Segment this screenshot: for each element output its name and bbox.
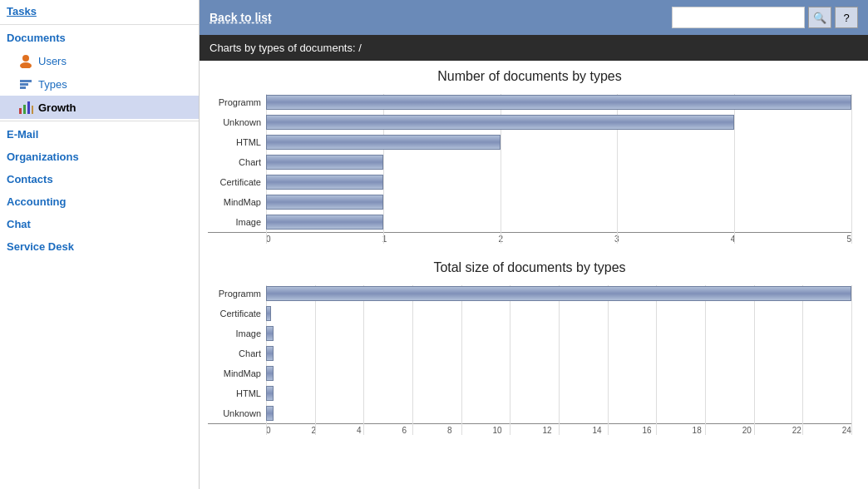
x-axis-label: 2 <box>498 235 503 244</box>
x-axis-label: 20 <box>742 426 752 435</box>
bar-container <box>266 155 851 170</box>
sidebar-item-types[interactable]: Types <box>0 72 199 96</box>
search-area: 🔍 ? <box>672 7 858 28</box>
sidebar-item-contacts[interactable]: Contacts <box>0 168 199 190</box>
bar-label: Certificate <box>204 309 266 319</box>
bar-label: Programm <box>204 289 266 299</box>
bar <box>266 215 383 230</box>
svg-rect-6 <box>23 105 26 114</box>
chart1-block: Number of documents by types ProgrammUnk… <box>208 69 851 244</box>
bar-row: MindMap <box>266 365 851 382</box>
bar-container <box>266 95 851 110</box>
x-axis-label: 8 <box>447 426 452 435</box>
svg-rect-5 <box>19 108 22 114</box>
sidebar-item-service-desk[interactable]: Service Desk <box>0 235 199 258</box>
x-axis-label: 0 <box>266 426 271 435</box>
bar <box>266 115 734 130</box>
svg-point-1 <box>20 62 32 68</box>
bar-row: MindMap <box>266 194 851 210</box>
sidebar-item-accounting[interactable]: Accounting <box>0 190 199 213</box>
bar-row: Programm <box>266 94 851 111</box>
chart1-wrapper: ProgrammUnknownHTMLChartCertificateMindM… <box>208 94 851 244</box>
sidebar-item-users[interactable]: Users <box>0 49 199 72</box>
x-axis-label: 0 <box>266 235 271 244</box>
x-axis-label: 24 <box>842 426 851 435</box>
bar-container <box>266 326 851 341</box>
x-axis-label: 16 <box>643 426 652 435</box>
sidebar-item-tasks[interactable]: Tasks <box>0 0 199 22</box>
bar-container <box>266 115 851 130</box>
sidebar-item-growth[interactable]: Growth <box>0 96 199 119</box>
svg-rect-2 <box>20 80 32 82</box>
chart2-wrapper: ProgrammCertificateImageChartMindMapHTML… <box>208 285 851 435</box>
growth-icon <box>18 100 33 115</box>
section-title: Charts by types of documents: / <box>200 35 868 61</box>
bar <box>266 386 274 401</box>
svg-point-0 <box>22 55 29 62</box>
chart2-title: Total size of documents by types <box>208 260 851 275</box>
sidebar-item-email[interactable]: E-Mail <box>0 123 199 146</box>
bar-label: Unknown <box>204 408 266 418</box>
svg-rect-3 <box>20 83 28 86</box>
sidebar-item-chat[interactable]: Chat <box>0 213 199 235</box>
help-button[interactable]: ? <box>835 7 858 28</box>
bar-row: HTML <box>266 134 851 151</box>
bar-container <box>266 215 851 230</box>
bar-container <box>266 135 851 150</box>
bar <box>266 346 274 361</box>
bar <box>266 175 383 190</box>
bar-label: MindMap <box>204 197 266 207</box>
x-axis-label: 2 <box>311 426 316 435</box>
x-axis-label: 22 <box>792 426 801 435</box>
bar <box>266 95 851 110</box>
x-axis-label: 1 <box>382 235 387 244</box>
bar-container <box>266 195 851 210</box>
bar-row: Certificate <box>266 174 851 190</box>
chart1-xaxis: 012345 <box>208 232 851 244</box>
x-axis-label: 3 <box>614 235 619 244</box>
sidebar-item-documents[interactable]: Documents <box>0 27 199 49</box>
bar-label: HTML <box>204 388 266 398</box>
x-axis-label: 10 <box>492 426 501 435</box>
bar-label: Unknown <box>204 117 266 127</box>
bar <box>266 135 501 150</box>
svg-rect-4 <box>20 86 26 89</box>
chart2-xaxis: 024681012141618202224 <box>208 423 851 435</box>
search-button[interactable]: 🔍 <box>808 7 831 28</box>
bar-container <box>266 286 851 301</box>
topbar: Back to list 🔍 ? <box>200 0 868 35</box>
bar-container <box>266 386 851 401</box>
charts-area: Number of documents by types ProgrammUnk… <box>200 61 868 489</box>
chart2-bars: ProgrammCertificateImageChartMindMapHTML… <box>208 285 851 422</box>
x-axis-label: 4 <box>357 426 362 435</box>
bar-label: Chart <box>204 157 266 167</box>
bar-container <box>266 366 851 381</box>
types-icon <box>18 77 33 91</box>
x-axis-label: 18 <box>693 426 702 435</box>
bar-label: Programm <box>204 97 266 107</box>
bar-row: Unknown <box>266 114 851 131</box>
bar <box>266 366 274 381</box>
bar-label: Certificate <box>204 177 266 187</box>
bar-row: Certificate <box>266 305 851 322</box>
chart1-bars: ProgrammUnknownHTMLChartCertificateMindM… <box>208 94 851 230</box>
search-input[interactable] <box>672 7 805 28</box>
chart2-block: Total size of documents by types Program… <box>208 260 851 435</box>
svg-rect-7 <box>27 101 30 114</box>
svg-rect-8 <box>32 106 33 114</box>
search-icon: 🔍 <box>813 12 826 24</box>
bar-row: HTML <box>266 385 851 402</box>
x-axis-label: 14 <box>593 426 602 435</box>
bar <box>266 326 274 341</box>
help-icon: ? <box>843 12 849 24</box>
back-to-list-link[interactable]: Back to list <box>210 11 272 24</box>
bar <box>266 286 851 301</box>
sidebar-item-organizations[interactable]: Organizations <box>0 146 199 168</box>
bar-label: Image <box>204 328 266 338</box>
sidebar: Tasks Documents Users Types Growth E-Mai… <box>0 0 200 489</box>
x-axis-label: 6 <box>402 426 407 435</box>
chart1-title: Number of documents by types <box>208 69 851 84</box>
main-area: Back to list 🔍 ? Charts by types of docu… <box>200 0 868 489</box>
x-axis-label: 12 <box>542 426 551 435</box>
bar <box>266 155 383 170</box>
